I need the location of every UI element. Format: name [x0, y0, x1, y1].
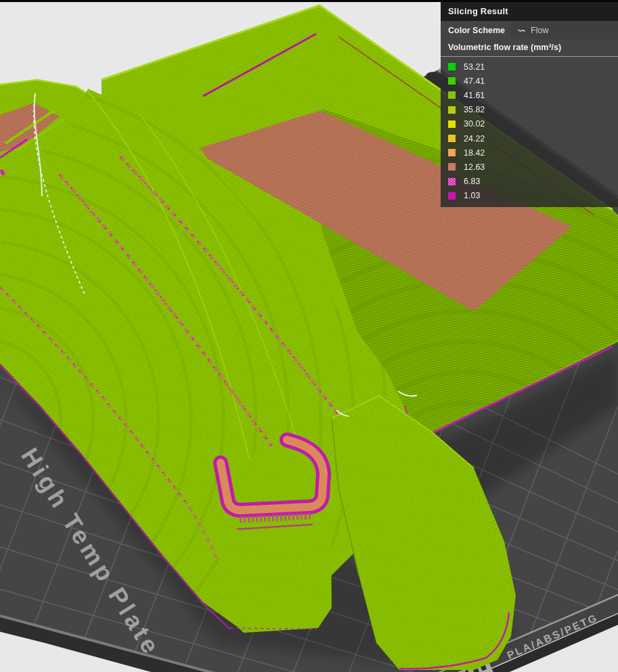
legend-value: 47.41 — [464, 76, 485, 86]
legend-item: 47.41 — [441, 74, 618, 88]
legend-color-swatch — [448, 192, 456, 200]
legend-item: 24.22 — [441, 131, 618, 145]
legend-color-swatch — [448, 63, 456, 70]
legend-color-swatch — [448, 149, 456, 156]
legend-color-swatch — [448, 178, 456, 185]
legend-value: 1.03 — [464, 191, 480, 200]
legend-value: 41.61 — [464, 91, 485, 100]
slicer-3d-viewport: PLA/ABS/PETG High Temp Plate — [0, 0, 618, 672]
model-pillar[interactable] — [218, 440, 332, 633]
legend-value: 30.02 — [464, 119, 485, 129]
legend-item: 35.82 — [441, 103, 618, 117]
color-scheme-label: Color Scheme — [448, 26, 505, 35]
color-scheme-dropdown[interactable]: Flow — [511, 22, 618, 39]
legend-value: 35.82 — [464, 105, 485, 114]
legend-color-swatch — [448, 163, 456, 171]
legend-item: 30.02 — [441, 117, 618, 131]
legend-item: 12.63 — [441, 160, 618, 174]
legend-color-swatch — [448, 106, 456, 114]
color-scheme-value: Flow — [531, 26, 548, 35]
chevron-down-icon — [517, 28, 526, 34]
legend-value: 53.21 — [464, 62, 485, 72]
flow-legend: 53.2147.4141.6135.8230.0224.2218.4212.63… — [441, 57, 618, 207]
metric-label: Volumetric flow rate (mm³/s) — [441, 39, 618, 56]
legend-value: 12.63 — [464, 162, 485, 172]
legend-color-swatch — [448, 135, 456, 142]
legend-color-swatch — [448, 77, 456, 85]
legend-color-swatch — [448, 120, 456, 128]
slicing-result-panel: Slicing Result Color Scheme Flow Volumet… — [441, 2, 618, 207]
panel-title: Slicing Result — [441, 2, 618, 22]
legend-item: 18.42 — [441, 145, 618, 160]
legend-item: 41.61 — [441, 88, 618, 102]
legend-value: 24.22 — [464, 134, 485, 143]
legend-item: 6.83 — [441, 175, 618, 189]
color-scheme-row: Color Scheme Flow — [441, 22, 618, 39]
legend-item: 1.03 — [441, 189, 618, 203]
legend-value: 6.83 — [464, 177, 480, 186]
legend-color-swatch — [448, 91, 456, 99]
legend-item: 53.21 — [441, 60, 618, 74]
legend-value: 18.42 — [464, 148, 485, 158]
